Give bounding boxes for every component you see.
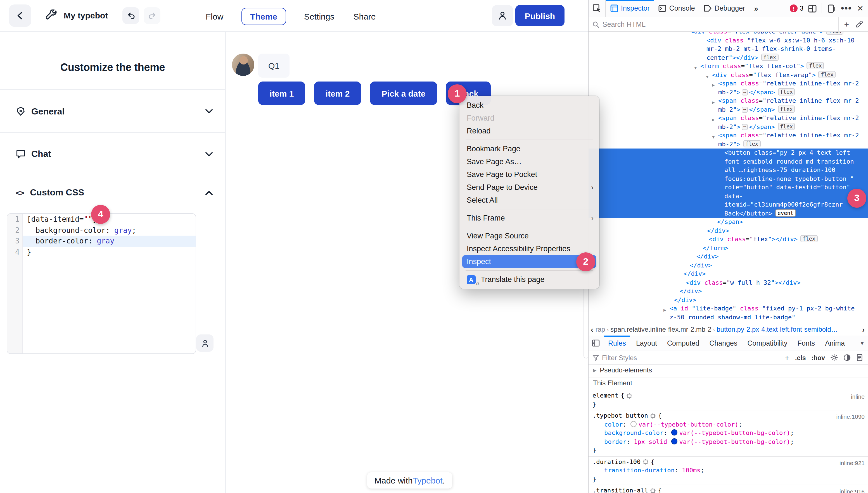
tree-node[interactable]: </div>	[588, 296, 868, 304]
more-tabs-button[interactable]: »	[749, 0, 762, 17]
tree-node[interactable]: ▼<form class="flex flex-col">flex	[588, 62, 868, 71]
event-badge[interactable]: event	[775, 209, 795, 216]
menu-item-bookmark-page[interactable]: Bookmark Page	[460, 142, 599, 155]
flex-badge[interactable]: flex	[819, 71, 836, 78]
sidebar-section-custom-css[interactable]: <>Custom CSS	[0, 175, 225, 210]
menu-item-select-all[interactable]: Select All	[460, 194, 599, 207]
panel-tab-changes[interactable]: Changes	[704, 336, 742, 351]
menu-item-send-page-to-device[interactable]: Send Page to Device›	[460, 181, 599, 194]
tree-node[interactable]: </div>	[588, 287, 868, 296]
flex-badge[interactable]: flex	[761, 53, 778, 61]
eyedropper-icon[interactable]	[856, 21, 863, 28]
breadcrumb-scroll-right-icon[interactable]: ›	[860, 325, 867, 334]
rule-source-link[interactable]: inline	[851, 392, 865, 401]
tabs-overflow-caret-icon[interactable]: ▼	[860, 340, 868, 346]
flex-badge[interactable]: flex	[778, 88, 795, 95]
menu-item-save-page-as[interactable]: Save Page As…	[460, 155, 599, 168]
editor-code-line[interactable]: border-color: gray	[23, 236, 196, 246]
menu-item-reload[interactable]: Reload	[460, 125, 599, 137]
menu-item-inspect-accessibility-properties[interactable]: Inspect Accessibility Properties	[460, 242, 599, 255]
editor-code-line[interactable]: }	[23, 246, 196, 257]
tab-theme[interactable]: Theme	[241, 7, 286, 25]
color-swatch[interactable]	[671, 438, 678, 444]
rule-selector[interactable]: .transition-all {	[588, 486, 868, 493]
collapsed-children-pill[interactable]: ⋯	[742, 124, 748, 130]
rule-selector[interactable]: .typebot-button {	[588, 411, 868, 420]
meatball-menu-icon[interactable]: •••	[841, 3, 852, 14]
tree-node[interactable]: </div>	[588, 227, 868, 235]
custom-css-editor[interactable]: 1˅234 [data-itemid=""] { background-colo…	[7, 213, 196, 354]
flex-badge[interactable]: flex	[778, 123, 795, 130]
print-sim-icon[interactable]	[856, 354, 863, 361]
tree-node[interactable]: ▼<div class="flex flex-wrap">flex	[588, 71, 868, 79]
tree-node[interactable]: </div>	[588, 261, 868, 270]
tab-settings[interactable]: Settings	[303, 7, 335, 25]
breadcrumb-scroll-left-icon[interactable]: ‹	[588, 325, 596, 334]
responsive-mode-icon[interactable]	[827, 4, 836, 13]
color-swatch[interactable]	[671, 429, 678, 435]
breadcrumb-item[interactable]: button.py-2.px-4.text-left.font-semibold…	[716, 325, 838, 333]
node-picker-button[interactable]	[588, 0, 606, 17]
tree-node[interactable]: <div class="flex w-6 xs:w-10 h-6 xs:h-10…	[588, 36, 868, 62]
tree-node[interactable]: </div>	[588, 270, 868, 278]
tab-flow[interactable]: Flow	[205, 7, 224, 25]
collaborators-button[interactable]	[492, 5, 513, 26]
undo-button[interactable]	[122, 7, 139, 24]
light-theme-sim-icon[interactable]	[831, 354, 838, 361]
back-button[interactable]	[9, 4, 31, 27]
menu-item-save-page-to-pocket[interactable]: Save Page to Pocket	[460, 168, 599, 181]
search-html-bar[interactable]: Search HTML +	[588, 17, 868, 32]
tree-node[interactable]: ▶<a id="lite-badge" class="fixed py-1 px…	[588, 304, 868, 323]
pseudo-elements-header[interactable]: ▶Pseudo-elements	[588, 365, 868, 378]
menu-item-view-page-source[interactable]: View Page Source	[460, 230, 599, 242]
publish-button[interactable]: Publish	[515, 5, 565, 26]
color-swatch[interactable]	[631, 421, 637, 427]
tree-node[interactable]: </span>	[588, 218, 868, 227]
sidebar-section-chat[interactable]: Chat	[0, 132, 225, 175]
made-with-brand-link[interactable]: Typebot	[413, 476, 443, 485]
css-declaration[interactable]: transition-duration: 100ms;	[588, 466, 868, 475]
typebot-name[interactable]: My typebot	[64, 10, 108, 20]
collapsed-children-pill[interactable]: ⋯	[742, 89, 748, 95]
close-devtools-icon[interactable]: ✕	[857, 4, 864, 13]
menu-item-this-frame[interactable]: This Frame›	[460, 212, 599, 224]
rule-selector[interactable]: element {	[588, 391, 868, 400]
tree-node[interactable]: </div>	[588, 252, 868, 261]
devtools-tab-console[interactable]: Console	[654, 0, 700, 17]
tree-node[interactable]: <div class="w-full h-32"></div>	[588, 278, 868, 287]
panel-tab-anima[interactable]: Anima	[820, 336, 850, 351]
menu-item-translate-this-page[interactable]: ATranslate this page	[460, 273, 599, 286]
filter-action-[interactable]: +	[785, 353, 790, 362]
flex-badge[interactable]: flex	[800, 235, 818, 242]
made-with-badge[interactable]: Made with Typebot.	[367, 472, 452, 489]
flex-badge[interactable]: flex	[743, 140, 761, 147]
collapse-arrow-icon[interactable]: ▶	[712, 115, 715, 124]
rule-selector[interactable]: .duration-100 {	[588, 457, 868, 466]
collapse-arrow-icon[interactable]: ▶	[712, 81, 715, 90]
tree-node[interactable]: ▼<span class="relative inline-flex mr-2m…	[588, 131, 868, 149]
chat-button-pick-a-date[interactable]: Pick a date	[370, 82, 437, 105]
breadcrumb-item[interactable]: span.relative.inline-flex.mr-2.mb-2	[610, 325, 711, 333]
menu-item-forward[interactable]: Forward	[460, 112, 599, 125]
tree-node[interactable]: ▶<span class="relative inline-flex mr-2m…	[588, 114, 868, 131]
wrench-icon[interactable]	[46, 9, 58, 21]
flex-badge[interactable]: flex	[826, 32, 844, 35]
css-declaration[interactable]: color: var(--typebot-button-color);	[588, 420, 868, 429]
split-console-icon[interactable]	[808, 4, 817, 13]
css-declaration[interactable]: border: 1px solid var(--typebot-button-b…	[588, 437, 868, 446]
tree-node[interactable]: <div class="flex"></div>flex	[588, 235, 868, 244]
tab-share[interactable]: Share	[352, 7, 377, 25]
preview-user-button[interactable]	[196, 335, 214, 352]
filter-action-cls[interactable]: .cls	[795, 354, 806, 361]
flex-badge[interactable]: flex	[778, 105, 795, 112]
chat-button-item-2[interactable]: item 2	[314, 82, 361, 105]
collapse-arrow-icon[interactable]: ▶	[663, 306, 666, 315]
css-declaration[interactable]: background-color: var(--typebot-button-b…	[588, 429, 868, 437]
tree-node-selected[interactable]: <button class="py-2 px-4 text-leftfont-s…	[588, 149, 868, 218]
menu-item-back[interactable]: Back	[460, 99, 599, 112]
tree-node[interactable]: ▶<span class="relative inline-flex mr-2m…	[588, 97, 868, 114]
rule-source-link[interactable]: inline:1090	[836, 413, 865, 421]
add-node-button[interactable]: +	[844, 20, 849, 29]
redo-button[interactable]	[144, 7, 160, 24]
devtools-tab-inspector[interactable]: Inspector	[606, 0, 654, 17]
